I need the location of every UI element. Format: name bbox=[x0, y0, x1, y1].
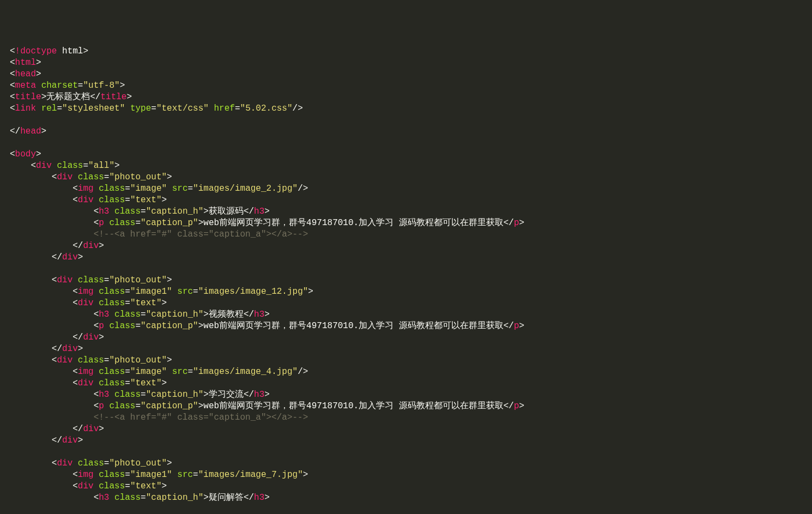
line-head-open: <head> bbox=[10, 69, 41, 79]
line-div-text-2: <div class="text"> bbox=[72, 298, 167, 308]
line-comment-1: <!--<a href="#" class="caption_a"></a>--… bbox=[94, 229, 308, 239]
line-link: <link rel="stylesheet" type="text/css" h… bbox=[10, 104, 303, 113]
code-editor: <!doctype html> <html> <head> <meta char… bbox=[0, 46, 812, 504]
line-p-2: <p class="caption_p">web前端网页学习群，群号497187… bbox=[94, 321, 525, 331]
line-meta: <meta charset="utf-8"> bbox=[10, 81, 125, 90]
line-title: <title>无标题文档</title> bbox=[10, 92, 132, 102]
line-img-3: <img class="image" src="images/image_4.j… bbox=[72, 367, 308, 377]
line-div-text-1: <div class="text"> bbox=[72, 195, 167, 205]
line-photo-out-1-close: </div> bbox=[52, 252, 83, 262]
line-body-open: <body> bbox=[10, 149, 41, 159]
line-h3-3: <h3 class="caption_h">学习交流</h3> bbox=[94, 390, 270, 400]
line-p-1: <p class="caption_p">web前端网页学习群，群号497187… bbox=[94, 218, 525, 228]
line-div-text-2-close: </div> bbox=[72, 332, 104, 342]
line-doctype: <!doctype html> bbox=[10, 46, 88, 56]
line-p-3: <p class="caption_p">web前端网页学习群，群号497187… bbox=[94, 401, 525, 411]
line-img-1: <img class="image" src="images/image_2.j… bbox=[72, 184, 308, 193]
line-h3-4: <h3 class="caption_h">疑问解答</h3> bbox=[94, 493, 270, 503]
line-h3-1: <h3 class="caption_h">获取源码</h3> bbox=[94, 207, 270, 216]
line-photo-out-3: <div class="photo_out"> bbox=[52, 355, 172, 365]
line-photo-out-2: <div class="photo_out"> bbox=[52, 275, 172, 285]
line-div-text-3: <div class="text"> bbox=[72, 378, 167, 388]
line-div-all: <div class="all"> bbox=[31, 161, 119, 171]
line-div-text-4: <div class="text"> bbox=[72, 481, 167, 491]
line-photo-out-1: <div class="photo_out"> bbox=[52, 172, 172, 182]
line-img-2: <img class="image1" src="images/image_12… bbox=[72, 287, 313, 297]
line-html-open: <html> bbox=[10, 58, 41, 68]
line-h3-2: <h3 class="caption_h">视频教程</h3> bbox=[94, 310, 270, 319]
line-comment-3: <!--<a href="#" class="caption_a"></a>--… bbox=[94, 413, 308, 422]
line-div-text-3-close: </div> bbox=[72, 424, 104, 434]
line-photo-out-4: <div class="photo_out"> bbox=[52, 458, 172, 468]
line-head-close: </head> bbox=[10, 126, 46, 136]
line-div-text-1-close: </div> bbox=[72, 241, 104, 251]
line-photo-out-2-close: </div> bbox=[52, 344, 83, 354]
line-img-4: <img class="image1" src="images/image_7.… bbox=[72, 470, 308, 480]
line-photo-out-3-close: </div> bbox=[52, 436, 83, 445]
